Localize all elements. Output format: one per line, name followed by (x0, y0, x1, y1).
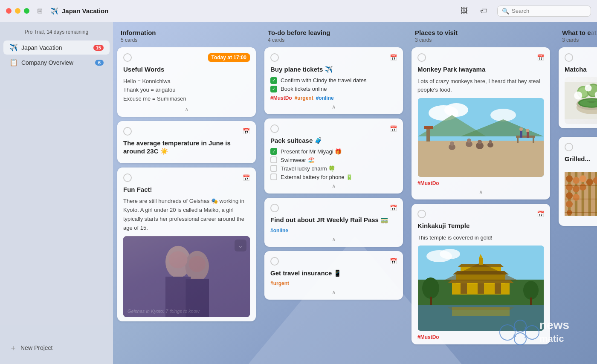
card-grilled-select[interactable] (565, 143, 573, 151)
minimize-button[interactable] (15, 8, 20, 14)
card-travel-insurance-calendar[interactable]: 📅 (390, 258, 397, 265)
card-kinkakuji-text: This temple is covered in gold! (417, 234, 544, 243)
svg-point-20 (467, 139, 471, 143)
card-avg-temp-calendar[interactable]: 📅 (243, 128, 250, 135)
card-pack-suitcase-collapse[interactable]: ∧ (270, 183, 397, 189)
title-icon: ✈️ (50, 7, 58, 15)
card-fun-fact-select[interactable] (123, 173, 132, 182)
card-buy-plane-select[interactable] (270, 53, 279, 62)
card-pack-suitcase-calendar[interactable]: 📅 (390, 125, 397, 132)
card-avg-temp-title: The average temperature in June is aroun… (123, 139, 250, 156)
tag-mustdo: #MustDo (270, 95, 292, 101)
card-pack-suitcase: 📅 Pack suitcase 🧳 ✓ Present for Mr Miyag… (264, 118, 403, 194)
card-avg-temp-select[interactable] (123, 127, 132, 136)
card-buy-plane-calendar[interactable]: 📅 (390, 54, 397, 61)
card-matcha-select[interactable] (565, 53, 573, 62)
tag-icon[interactable]: 🏷 (478, 5, 490, 17)
card-useful-words-date: Today at 17:00 (208, 53, 250, 62)
tag-urgent: #urgent (295, 95, 313, 101)
column-information-title: Information (121, 29, 252, 36)
close-button[interactable] (6, 8, 12, 14)
card-useful-words-title: Useful Words (123, 65, 250, 74)
card-grilled-image (565, 166, 597, 222)
image-icon[interactable]: 🖼 (458, 5, 470, 17)
card-monkey-park-select[interactable] (417, 53, 426, 62)
card-monkey-park-text: Lots of crazy monkeys here, I heard that… (417, 77, 544, 95)
svg-point-22 (478, 140, 482, 144)
card-buy-plane-collapse[interactable]: ∧ (270, 104, 397, 110)
card-travel-insurance-tags: #urgent (270, 280, 397, 286)
column-todo: To-do before leaving 4 cards 📅 Buy plane… (260, 22, 407, 364)
check-battery[interactable] (270, 173, 277, 180)
card-avg-temp: 📅 The average temperature in June is aro… (117, 121, 256, 163)
column-places-cards: 📅 Monkey Park Iwayama Lots of crazy monk… (407, 47, 554, 364)
column-places-header: Places to visit 3 cards (407, 22, 554, 47)
check-lucky-charm[interactable] (270, 165, 277, 172)
sidebar-item-company-overview[interactable]: 📋 Company Overview 6 (3, 55, 110, 69)
new-project-button[interactable]: ＋ New Project (6, 340, 107, 355)
svg-rect-15 (424, 126, 433, 129)
maximize-button[interactable] (24, 8, 29, 14)
card-jr-pass-calendar[interactable]: 📅 (390, 205, 397, 211)
svg-rect-18 (533, 138, 534, 143)
svg-point-77 (566, 201, 573, 208)
card-monkey-park-calendar[interactable]: 📅 (537, 54, 544, 61)
card-monkey-park-collapse[interactable]: ∧ (417, 189, 544, 195)
check-book-tickets[interactable]: ✓ (270, 86, 277, 92)
card-jr-pass-select[interactable] (270, 204, 279, 212)
svg-point-26 (489, 140, 492, 144)
card-kinkakuji-select[interactable] (417, 210, 426, 218)
card-travel-insurance-select[interactable] (270, 257, 279, 266)
search-input[interactable] (512, 8, 584, 14)
column-todo-title: To-do before leaving (268, 29, 400, 36)
svg-point-9 (444, 103, 468, 117)
card-useful-words-header: Today at 17:00 (123, 53, 250, 62)
card-fun-fact-text: There are still hundreds of Geishas 🎭 wo… (123, 197, 250, 232)
card-fun-fact-calendar[interactable]: 📅 (243, 174, 250, 181)
card-monkey-park-tags: #MustDo (417, 180, 544, 186)
card-monkey-park-title: Monkey Park Iwayama (417, 65, 544, 74)
new-project-label: New Project (20, 344, 52, 351)
card-kinkakuji-image (417, 246, 544, 331)
card-useful-words-select[interactable] (123, 53, 132, 62)
monkey-park-svg (417, 98, 544, 177)
search-box[interactable]: 🔍 (497, 6, 591, 17)
card-pack-suitcase-select[interactable] (270, 124, 279, 133)
sidebar-toggle[interactable]: ⊞ (37, 7, 43, 15)
column-what-to-eat-cards: 📅 Matcha (554, 47, 597, 364)
check-miyagi[interactable]: ✓ (270, 148, 277, 155)
card-travel-insurance: 📅 Get travel insurance 📱 #urgent ∧ (264, 251, 403, 300)
svg-rect-27 (520, 130, 522, 138)
tag-mustdo-kinkakuji: #MustDo (417, 334, 439, 340)
card-kinkakuji-header: 📅 (417, 210, 544, 218)
checklist-item: ✓ Confirm with Cindy the travel dates (270, 77, 397, 84)
card-kinkakuji-calendar[interactable]: 📅 (537, 211, 544, 217)
plus-icon: ＋ (9, 343, 17, 353)
column-information-cards: Today at 17:00 Useful Words Hello = Konn… (113, 47, 260, 364)
svg-rect-54 (530, 298, 532, 305)
check-confirm-dates[interactable]: ✓ (270, 77, 277, 84)
card-grilled-header: 📅 (565, 143, 597, 151)
card-useful-words-text: Hello = Konnichiwa Thank you = arigatou … (123, 77, 250, 104)
checklist-item: ✓ Book tickets online (270, 86, 397, 92)
card-fun-fact: 📅 Fun Fact! There are still hundreds of … (117, 168, 256, 321)
checklist-item: ✓ Present for Mr Miyagi 🎁 (270, 148, 397, 155)
card-jr-pass-collapse[interactable]: ∧ (270, 236, 397, 243)
card-useful-words-collapse[interactable]: ∧ (123, 106, 250, 113)
card-matcha-title: Matcha (565, 65, 597, 74)
board-scroll[interactable]: Information 5 cards Today at 17:00 Usefu… (113, 22, 597, 364)
sidebar-item-japan-vacation[interactable]: ✈️ Japan Vacation 15 (3, 40, 110, 55)
svg-rect-4 (186, 279, 209, 317)
svg-rect-48 (495, 283, 501, 294)
card-travel-insurance-collapse[interactable]: ∧ (270, 289, 397, 295)
svg-rect-46 (461, 283, 467, 294)
svg-point-24 (450, 142, 454, 146)
sidebar-item-japan-label: Japan Vacation (21, 44, 90, 51)
svg-point-75 (566, 184, 573, 191)
column-todo-count: 4 cards (268, 37, 400, 43)
card-avg-temp-header: 📅 (123, 127, 250, 136)
svg-rect-47 (478, 283, 484, 294)
check-swimwear[interactable] (270, 156, 277, 163)
card-buy-plane-tags: #MustDo #urgent #online (270, 95, 397, 101)
pro-trial-label: Pro Trial, 14 days remaining (0, 26, 113, 40)
